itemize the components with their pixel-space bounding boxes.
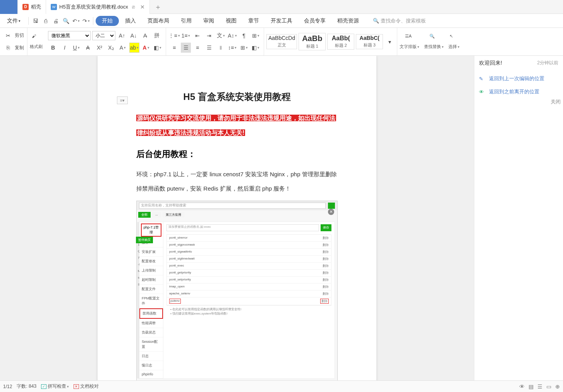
welcome-panel: 欢迎回来! 2分钟以前 ✎ 返回到上一次编辑的位置 👁 返回到之前离开的位置 关…: [474, 56, 563, 380]
find-replace-button[interactable]: 🔍 查找替换: [422, 28, 446, 55]
menu-insert[interactable]: 插入: [120, 14, 141, 28]
font-size-select[interactable]: 小二: [92, 31, 115, 40]
shading-button[interactable]: ◧: [153, 43, 163, 53]
redo-button[interactable]: ↷: [81, 16, 91, 26]
status-bar: 1/12 字数: 843 ✓拼写检查 ✕文档校对 👁 ▤ ☰ ▭ ⊕: [0, 380, 563, 392]
embed-search: 支持应用名称，支持帮助搜索: [139, 203, 326, 209]
new-tab-button[interactable]: ＋: [150, 2, 166, 12]
text-effect-button[interactable]: A: [118, 43, 128, 53]
strike-button[interactable]: A: [83, 43, 93, 53]
show-marks-button[interactable]: ¶: [239, 31, 249, 41]
web-view-icon[interactable]: ⊕: [555, 383, 560, 390]
doc-title: H5 盲盒系统安装使用教程: [136, 91, 338, 103]
embed-search-btn: [328, 203, 335, 209]
menu-view[interactable]: 视图: [220, 14, 242, 28]
embed-close-icon: ✕: [328, 209, 334, 215]
print-icon[interactable]: 🖨: [51, 16, 60, 26]
justify-button[interactable]: ☰: [204, 43, 214, 53]
style-h3[interactable]: AaBbC( 标题 3: [356, 34, 383, 49]
read-view-icon[interactable]: ▭: [546, 383, 551, 390]
styles-more-icon[interactable]: ▾: [384, 37, 395, 47]
line-spacing-button[interactable]: ↕≡: [227, 43, 237, 53]
menu-resource[interactable]: 稻壳资源: [332, 14, 364, 28]
close-icon[interactable]: ✕: [140, 4, 145, 10]
align-right-button[interactable]: ≡: [192, 43, 203, 53]
style-h2[interactable]: AaBb( 标题 2: [327, 34, 354, 50]
distribute-button[interactable]: ⫴: [216, 43, 226, 53]
save-icon[interactable]: 🖫: [31, 16, 40, 26]
text-layout-button[interactable]: ☰A 文字排版: [397, 28, 422, 55]
warning-text: 源码仅供研究学习交流使用，请勿用于非法违法违规用途，如出现任何法律纠纷或从事违法…: [136, 115, 336, 136]
menu-member[interactable]: 会员专享: [299, 14, 331, 28]
align-center-button[interactable]: ☰: [181, 43, 191, 53]
preview-icon[interactable]: 🔍: [61, 16, 70, 26]
italic-button[interactable]: I: [60, 43, 70, 53]
word-count[interactable]: 字数: 843: [17, 383, 36, 390]
subscript-button[interactable]: X₂: [106, 43, 116, 53]
align-left-button[interactable]: ≡: [169, 43, 179, 53]
decrease-indent-button[interactable]: ⇤: [192, 31, 203, 41]
pencil-icon: ✎: [479, 76, 485, 82]
clear-format-icon[interactable]: A̶: [140, 31, 150, 41]
increase-indent-button[interactable]: ⇥: [204, 31, 214, 41]
shrink-font-icon[interactable]: A↓: [129, 31, 139, 41]
menu-start[interactable]: 开始: [96, 16, 119, 26]
numbering-button[interactable]: 1≡: [181, 31, 191, 41]
embed-sidebar: php-7.1管理 服务 安装扩展 配置修改 上传限制 超时限制 配置文件 FP…: [139, 222, 163, 378]
underline-button[interactable]: U: [71, 43, 81, 53]
menu-ref[interactable]: 引用: [175, 14, 197, 28]
ribbon: ✂ 剪切 ⎘ 复制 🖌 格式刷 微软雅黑 小二 A↑ A↓ A̶ 拼 B I U…: [0, 28, 563, 56]
screen-icon[interactable]: ⎚: [132, 4, 135, 10]
tab-document[interactable]: W H5盲盒系统安装使用教程.docx ⎚ ✕: [46, 0, 150, 14]
cut-label[interactable]: 剪切: [15, 32, 24, 39]
tab-daoke[interactable]: D 稻壳: [18, 0, 46, 14]
link-last-leave[interactable]: 👁 返回到之前离开的位置: [479, 85, 558, 98]
style-h1[interactable]: AaBb 标题 1: [299, 33, 326, 50]
page-view-icon[interactable]: ▤: [529, 383, 534, 390]
embed-buy-button: 暂停购买: [136, 237, 153, 243]
grow-font-icon[interactable]: A↑: [117, 31, 127, 41]
align-button[interactable]: A↕: [227, 31, 237, 41]
menu-chapter[interactable]: 章节: [243, 14, 264, 28]
command-search[interactable]: 🔍 查找命令、搜索模板: [373, 17, 426, 24]
bold-button[interactable]: B: [48, 43, 58, 53]
tabs-button[interactable]: ⊞: [251, 31, 261, 41]
page-indicator[interactable]: 1/12: [3, 384, 12, 389]
bullets-button[interactable]: ⋮≡: [169, 31, 179, 41]
link-last-edit[interactable]: ✎ 返回到上一次编辑的位置: [479, 72, 558, 85]
search-icon: 🔍: [373, 18, 379, 24]
menu-dev[interactable]: 开发工具: [265, 14, 298, 28]
menu-file[interactable]: 文件▾: [2, 14, 26, 28]
eye-icon[interactable]: 👁: [519, 383, 525, 390]
fill-button[interactable]: ◧: [251, 43, 261, 53]
embed-save-btn: 保存: [321, 224, 331, 231]
panel-close-button[interactable]: 关闭: [551, 98, 561, 105]
highlight-button[interactable]: ab: [129, 43, 139, 53]
font-name-select[interactable]: 微软雅黑: [48, 31, 91, 40]
spellcheck-toggle[interactable]: ✓拼写检查: [41, 383, 69, 390]
cut-icon[interactable]: ✂: [3, 31, 13, 41]
document-canvas[interactable]: ≡▾ H5 盲盒系统安装使用教程 源码仅供研究学习交流使用，请勿用于非法违法违规…: [0, 56, 474, 380]
copy-icon[interactable]: ⎘: [3, 43, 13, 53]
style-normal[interactable]: AaBbCcDd 正文: [266, 34, 297, 49]
outline-view-icon[interactable]: ☰: [537, 383, 542, 390]
daoke-icon: D: [22, 4, 29, 10]
embedded-screenshot: 支持应用名称，支持帮助搜索 全部 ... 第三方应用 ✕ 暂停购买 1.18.0…: [136, 201, 338, 380]
superscript-button[interactable]: X²: [94, 43, 105, 53]
welcome-time: 2分钟以前: [537, 60, 558, 67]
copy-label[interactable]: 复制: [15, 45, 24, 51]
font-color-button[interactable]: A: [141, 43, 151, 53]
layout-icon: ☰A: [405, 34, 414, 43]
format-painter-button[interactable]: 🖌 格式刷: [27, 28, 45, 55]
phonetic-icon[interactable]: 拼: [152, 31, 162, 41]
tab-home[interactable]: [0, 0, 18, 14]
menu-layout[interactable]: 页面布局: [142, 14, 175, 28]
select-button[interactable]: ↖ 选择: [446, 28, 462, 55]
print-preview-icon[interactable]: ⎙: [41, 16, 50, 26]
paragraph-tool-icon[interactable]: ≡▾: [117, 96, 128, 104]
undo-button[interactable]: ↶: [71, 16, 81, 26]
text-direction-button[interactable]: 文: [216, 31, 226, 41]
doccheck-toggle[interactable]: ✕文档校对: [74, 383, 99, 390]
border-button[interactable]: ⊞: [239, 43, 249, 53]
menu-review[interactable]: 审阅: [198, 14, 220, 28]
